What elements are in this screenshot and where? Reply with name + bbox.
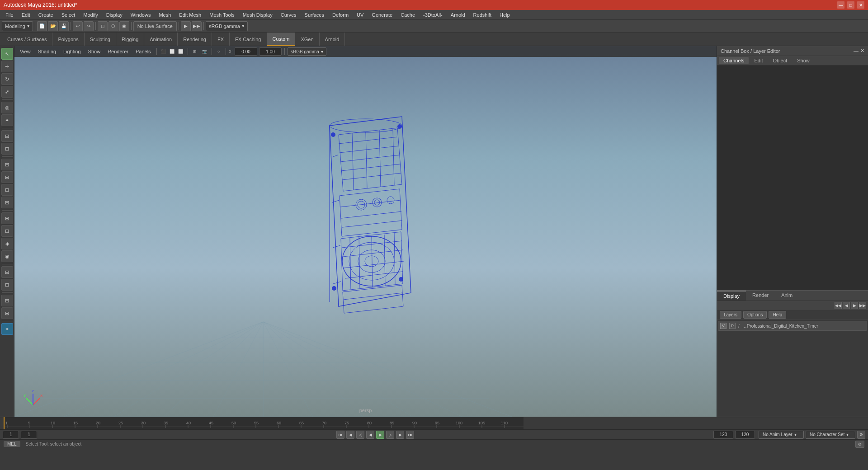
- shelf-tab-fx[interactable]: FX: [212, 33, 230, 46]
- shelf-tab-sculpting[interactable]: Sculpting: [85, 33, 116, 46]
- anim-layer-btn[interactable]: ⊟: [1, 184, 13, 196]
- playback-settings-btn[interactable]: ⚙: [857, 431, 865, 439]
- select-tool-btn[interactable]: ↖: [1, 48, 13, 60]
- shelf-tab-curves[interactable]: Curves / Surfaces: [2, 33, 52, 46]
- renderer-menu[interactable]: Renderer: [105, 48, 131, 55]
- right-panel-close[interactable]: ✕: [860, 48, 864, 54]
- menu-item-redshift[interactable]: Redshift: [470, 11, 495, 19]
- tab-render[interactable]: Render: [746, 291, 775, 301]
- mode-dropdown[interactable]: Modeling ▾: [2, 21, 33, 31]
- first-frame-btn[interactable]: ⏮: [336, 431, 344, 439]
- menu-item-deform[interactable]: Deform: [329, 11, 352, 19]
- menu-item-select[interactable]: Select: [58, 11, 79, 19]
- last-frame-btn[interactable]: ⏭: [406, 431, 414, 439]
- range-start-input[interactable]: 1: [3, 431, 19, 439]
- shading-menu[interactable]: Shading: [35, 48, 59, 55]
- viewport[interactable]: View Shading Lighting Show Renderer Pane…: [14, 46, 717, 417]
- menu-item-surfaces[interactable]: Surfaces: [301, 11, 328, 19]
- menu-item-curves[interactable]: Curves: [277, 11, 300, 19]
- tab-edit[interactable]: Edit: [750, 57, 767, 64]
- color-profile-dropdown[interactable]: sRGB gamma ▾: [206, 21, 248, 31]
- editor-btn[interactable]: ⊟: [1, 307, 13, 319]
- menu-item-windows[interactable]: Windows: [127, 11, 155, 19]
- layers-option-btn[interactable]: Layers: [720, 311, 741, 319]
- script-mode[interactable]: MEL: [4, 441, 20, 447]
- layer-ctrl-prev[interactable]: ◀: [843, 302, 850, 309]
- tab-channels[interactable]: Channels: [719, 57, 749, 64]
- view-menu[interactable]: View: [17, 48, 33, 55]
- coord-y-input[interactable]: 1.00: [259, 47, 282, 56]
- paint-btn[interactable]: ◉: [119, 21, 129, 31]
- lasso-btn[interactable]: ⬡: [108, 21, 118, 31]
- textured-btn[interactable]: ⬜: [177, 47, 185, 56]
- menu-item-mesh[interactable]: Mesh: [155, 11, 175, 19]
- maya-icon-btn[interactable]: ✦: [1, 323, 13, 335]
- prev-frame-btn[interactable]: ◀: [346, 431, 354, 439]
- menu-item-display[interactable]: Display: [103, 11, 126, 19]
- anim-curve-btn[interactable]: ⊟: [1, 197, 13, 208]
- shelf-tab-polygons[interactable]: Polygons: [52, 33, 84, 46]
- current-frame-input[interactable]: 1: [21, 431, 37, 439]
- undo-btn[interactable]: ↩: [73, 21, 83, 31]
- next-frame-btn[interactable]: ▶: [396, 431, 404, 439]
- layer-type-toggle[interactable]: P: [729, 323, 736, 329]
- open-btn[interactable]: 📂: [48, 21, 58, 31]
- isolate-btn[interactable]: ○: [215, 47, 223, 56]
- anim-layer-dropdown[interactable]: No Anim Layer ▾: [759, 431, 804, 439]
- shelf-tab-rigging[interactable]: Rigging: [116, 33, 144, 46]
- menu-item-help[interactable]: Help: [496, 11, 514, 19]
- tab-object[interactable]: Object: [768, 57, 792, 64]
- history-btn[interactable]: ⊟: [1, 266, 13, 278]
- shelf-tab-animation[interactable]: Animation: [144, 33, 178, 46]
- layer-ctrl-last[interactable]: ▶▶: [859, 302, 866, 309]
- play-fwd-btn[interactable]: ▶: [376, 431, 384, 439]
- move-tool-btn[interactable]: ✛: [1, 61, 13, 72]
- options-option-btn[interactable]: Options: [743, 311, 767, 319]
- redo-btn[interactable]: ↪: [84, 21, 94, 31]
- minimize-button[interactable]: —: [837, 1, 844, 9]
- layer-name[interactable]: …Professional_Digital_Kitchen_Timer: [742, 324, 865, 329]
- menu-item-create[interactable]: Create: [35, 11, 57, 19]
- status-expand-btn[interactable]: ⚙: [855, 441, 864, 448]
- help-option-btn[interactable]: Help: [769, 311, 786, 319]
- coord-x-input[interactable]: 0.00: [235, 47, 257, 56]
- show-menu[interactable]: Show: [85, 48, 104, 55]
- color-space-dropdown[interactable]: sRGB gamma ▾: [288, 47, 326, 56]
- menu-item-uv[interactable]: UV: [353, 11, 367, 19]
- end-frame-input[interactable]: 120: [713, 431, 733, 439]
- rotate-tool-btn[interactable]: ↻: [1, 73, 13, 85]
- history2-btn[interactable]: ⊟: [1, 279, 13, 291]
- show-manip-btn[interactable]: ⊞: [1, 130, 13, 142]
- snap-to-curve-btn[interactable]: ⊡: [1, 225, 13, 237]
- snap-surface-btn[interactable]: ⊡: [1, 143, 13, 155]
- menu-item-arnold[interactable]: Arnold: [447, 11, 469, 19]
- menu-item-mesh-display[interactable]: Mesh Display: [239, 11, 276, 19]
- snap-to-grid-btn[interactable]: ⊞: [1, 212, 13, 224]
- shelf-tab-fxcaching[interactable]: FX Caching: [230, 33, 267, 46]
- save-btn[interactable]: 💾: [59, 21, 69, 31]
- display-layer-btn[interactable]: ⊟: [1, 159, 13, 170]
- grid-toggle-btn[interactable]: ⊞: [191, 47, 199, 56]
- layer-vis-toggle[interactable]: V: [720, 323, 726, 329]
- render-btn[interactable]: ▶: [181, 21, 191, 31]
- panels-menu[interactable]: Panels: [133, 48, 154, 55]
- render-setup-btn[interactable]: ⊟: [1, 171, 13, 183]
- menu-item-mesh-tools[interactable]: Mesh Tools: [206, 11, 238, 19]
- soft-select-btn[interactable]: ◎: [1, 102, 13, 113]
- menu-item-edit-mesh[interactable]: Edit Mesh: [175, 11, 205, 19]
- camera-btn[interactable]: 📷: [201, 47, 209, 56]
- prev-key-btn[interactable]: ◁: [356, 431, 364, 439]
- play-back-btn[interactable]: ◀: [366, 431, 374, 439]
- char-set-dropdown[interactable]: No Character Set ▾: [806, 431, 855, 439]
- snap-to-surface-btn2[interactable]: ◉: [1, 250, 13, 262]
- lighting-menu[interactable]: Lighting: [61, 48, 84, 55]
- quick-sel-btn[interactable]: ⊟: [1, 295, 13, 306]
- menu-item-generate[interactable]: Generate: [368, 11, 396, 19]
- close-button[interactable]: ✕: [857, 1, 864, 9]
- scale-tool-btn[interactable]: ⤢: [1, 86, 13, 98]
- right-panel-minimize[interactable]: —: [854, 48, 859, 54]
- shelf-tab-arnold[interactable]: Arnold: [320, 33, 345, 46]
- tab-display[interactable]: Display: [717, 291, 746, 301]
- snap-to-point-btn[interactable]: ◈: [1, 238, 13, 249]
- new-scene-btn[interactable]: 📄: [37, 21, 47, 31]
